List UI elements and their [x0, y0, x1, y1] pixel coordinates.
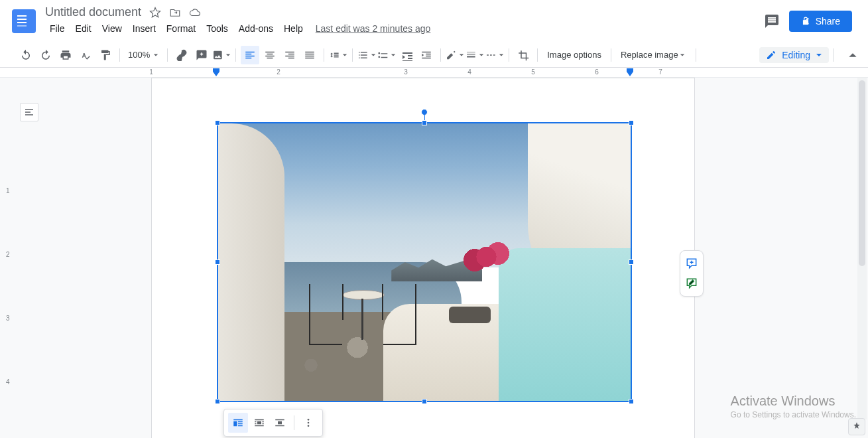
menu-view[interactable]: View	[97, 21, 127, 36]
toolbar-separator	[294, 415, 294, 430]
menu-format[interactable]: Format	[162, 21, 200, 36]
wrap-text-button[interactable]	[249, 413, 269, 433]
border-color-button[interactable]	[446, 46, 464, 64]
share-label: Share	[816, 16, 840, 27]
ruler-num: 4	[467, 68, 471, 76]
resize-handle-ne[interactable]	[629, 120, 634, 125]
explore-button[interactable]	[848, 418, 865, 435]
increase-indent-button[interactable]	[417, 46, 436, 64]
image-wrap-toolbar	[223, 409, 323, 437]
hide-menus-button[interactable]	[844, 46, 861, 64]
image-content	[218, 123, 631, 401]
horizontal-ruler[interactable]: 1 2 3 4 5 6 7	[0, 68, 868, 78]
menu-addons[interactable]: Add-ons	[234, 21, 278, 36]
redo-button[interactable]	[36, 46, 55, 64]
toolbar-separator	[833, 48, 834, 62]
toolbar: 100% Image options Replace image Editing	[0, 42, 868, 68]
add-comment-icon[interactable]	[683, 255, 700, 272]
right-indent-marker[interactable]	[626, 68, 634, 77]
last-edit-link[interactable]: Last edit was 2 minutes ago	[316, 23, 431, 34]
suggest-edit-icon[interactable]	[683, 275, 700, 292]
document-page[interactable]	[151, 78, 695, 438]
toolbar-separator	[611, 48, 611, 62]
toolbar-separator	[352, 48, 353, 62]
resize-handle-s[interactable]	[422, 399, 427, 404]
align-center-button[interactable]	[261, 46, 279, 64]
zoom-value: 100%	[128, 50, 150, 60]
svg-point-2	[308, 422, 310, 424]
chevron-down-icon	[153, 52, 159, 58]
menu-file[interactable]: File	[45, 21, 70, 36]
border-weight-button[interactable]	[465, 46, 484, 64]
align-left-button[interactable]	[241, 46, 259, 64]
header-right: Share	[764, 11, 863, 32]
toolbar-separator	[696, 48, 696, 62]
ruler-num: 5	[531, 68, 535, 76]
toolbar-separator	[324, 48, 324, 62]
selected-image[interactable]	[218, 123, 631, 401]
menu-help[interactable]: Help	[279, 21, 308, 36]
mode-dropdown[interactable]: Editing	[759, 47, 829, 63]
ruler-num: 6	[595, 68, 599, 76]
toolbar-separator	[440, 48, 441, 62]
mode-label: Editing	[782, 50, 810, 60]
align-justify-button[interactable]	[300, 46, 319, 64]
resize-handle-w[interactable]	[215, 259, 220, 265]
resize-handle-se[interactable]	[629, 399, 634, 404]
editor-workspace: 1 2 3 4	[0, 78, 868, 438]
windows-watermark: Activate Windows Go to Settings to activ…	[731, 394, 856, 419]
document-outline-button[interactable]	[20, 103, 38, 121]
resize-handle-sw[interactable]	[215, 399, 220, 404]
vertical-ruler[interactable]: 1 2 3 4	[3, 78, 13, 438]
bulleted-list-button[interactable]	[377, 46, 396, 64]
decrease-indent-button[interactable]	[397, 46, 416, 64]
menu-tools[interactable]: Tools	[202, 21, 233, 36]
toolbar-separator	[119, 48, 120, 62]
toolbar-separator	[509, 48, 509, 62]
share-button[interactable]: Share	[789, 11, 852, 32]
toolbar-separator	[235, 48, 236, 62]
menu-bar: File Edit View Insert Format Tools Add-o…	[45, 21, 764, 36]
document-title[interactable]: Untitled document	[45, 5, 141, 19]
floating-comment-panel	[680, 250, 704, 297]
resize-handle-n[interactable]	[422, 120, 427, 125]
wrap-break-button[interactable]	[271, 413, 290, 433]
left-indent-marker[interactable]	[212, 68, 220, 77]
zoom-dropdown[interactable]: 100%	[124, 50, 163, 60]
print-button[interactable]	[56, 46, 75, 64]
resize-handle-e[interactable]	[629, 259, 634, 265]
chevron-down-icon	[816, 52, 822, 58]
menu-insert[interactable]: Insert	[128, 21, 160, 36]
toolbar-separator	[167, 48, 168, 62]
line-spacing-button[interactable]	[329, 46, 347, 64]
star-icon[interactable]	[149, 7, 161, 19]
crop-image-button[interactable]	[514, 46, 532, 64]
add-comment-button[interactable]	[192, 46, 211, 64]
ruler-num: 3	[404, 68, 408, 76]
image-options-button[interactable]: Image options	[542, 47, 607, 62]
paint-format-button[interactable]	[96, 46, 115, 64]
menu-edit[interactable]: Edit	[71, 21, 96, 36]
ruler-num: 7	[658, 68, 662, 76]
comment-history-icon[interactable]	[764, 13, 780, 29]
scrollbar-thumb[interactable]	[859, 80, 865, 266]
spellcheck-button[interactable]	[76, 46, 95, 64]
cloud-icon[interactable]	[189, 7, 201, 19]
undo-button[interactable]	[17, 46, 35, 64]
align-right-button[interactable]	[280, 46, 299, 64]
border-dash-button[interactable]	[485, 46, 504, 64]
title-area: Untitled document File Edit View Insert …	[45, 5, 764, 36]
svg-point-1	[308, 419, 310, 421]
replace-image-button[interactable]: Replace image	[615, 47, 692, 62]
toolbar-separator	[537, 48, 538, 62]
insert-image-button[interactable]	[212, 46, 231, 64]
wrap-inline-button[interactable]	[228, 413, 248, 433]
wrap-more-button[interactable]	[298, 413, 318, 433]
vertical-scrollbar[interactable]	[857, 78, 867, 419]
header-bar: Untitled document File Edit View Insert …	[0, 0, 868, 42]
docs-logo[interactable]	[11, 8, 37, 35]
numbered-list-button[interactable]	[357, 46, 376, 64]
resize-handle-nw[interactable]	[215, 120, 220, 125]
insert-link-button[interactable]	[172, 46, 191, 64]
move-icon[interactable]	[169, 7, 181, 19]
